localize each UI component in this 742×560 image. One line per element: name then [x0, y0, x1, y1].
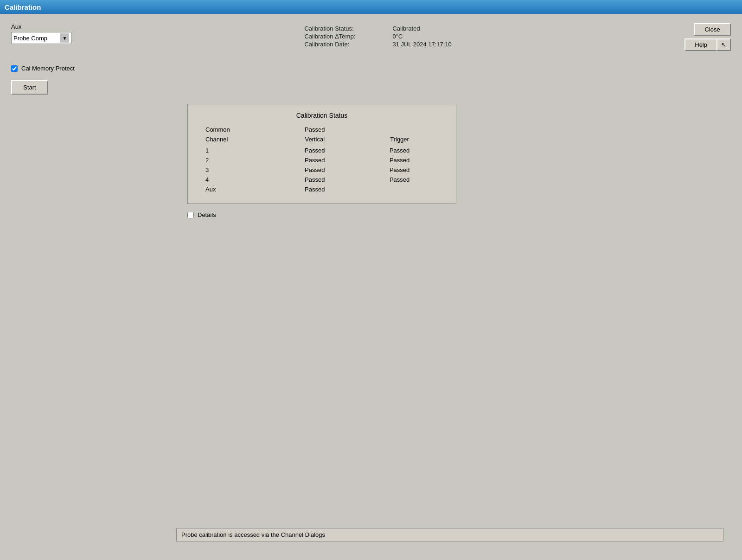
common-row: Common Passed [202, 125, 442, 134]
cal-delta-temp-value: 0°C [392, 33, 403, 40]
common-value: Passed [272, 125, 357, 134]
cursor-button[interactable]: ↖ [716, 38, 731, 51]
calibration-info: Calibration Status: Calibrated Calibrati… [304, 25, 451, 48]
help-row: Help ↖ [684, 38, 731, 51]
window-title: Calibration [5, 3, 41, 11]
channel-1-trigger: Passed [357, 146, 442, 155]
title-bar: Calibration [0, 0, 742, 14]
table-row: 4 Passed Passed [202, 175, 442, 185]
dropdown-arrow-icon[interactable]: ▼ [60, 33, 69, 43]
cal-memory-protect-label: Cal Memory Protect [21, 65, 75, 72]
channel-4-number: 4 [202, 175, 272, 185]
channel-header: Channel [202, 134, 272, 146]
cal-date-value: 31 JUL 2024 17:17:10 [392, 41, 451, 48]
cal-memory-protect-checkbox[interactable] [11, 65, 18, 72]
dropdown-value: Probe Comp [13, 35, 60, 42]
aux-row-label: Aux [202, 185, 272, 194]
channel-3-vertical: Passed [272, 165, 357, 175]
table-row: 1 Passed Passed [202, 146, 442, 155]
vertical-header: Vertical [272, 134, 357, 146]
channel-3-trigger: Passed [357, 165, 442, 175]
channel-1-number: 1 [202, 146, 272, 155]
channel-1-vertical: Passed [272, 146, 357, 155]
table-row: 2 Passed Passed [202, 155, 442, 165]
start-button[interactable]: Start [11, 80, 48, 95]
details-label: Details [198, 211, 216, 218]
channel-3-number: 3 [202, 165, 272, 175]
cal-status-row: Calibration Status: Calibrated [304, 25, 451, 32]
close-button[interactable]: Close [694, 23, 731, 36]
button-section: Close Help ↖ [684, 23, 731, 51]
cal-status-value: Calibrated [392, 25, 420, 32]
channel-4-vertical: Passed [272, 175, 357, 185]
lower-section: Calibration Status Common Passed Channel… [11, 95, 731, 218]
cal-delta-temp-label: Calibration ΔTemp: [304, 33, 383, 40]
status-message: Probe calibration is accessed via the Ch… [181, 531, 325, 538]
cursor-icon: ↖ [721, 41, 726, 48]
aux-vertical: Passed [272, 185, 357, 194]
cal-memory-protect-section: Cal Memory Protect [11, 65, 731, 72]
channel-header-row: Channel Vertical Trigger [202, 134, 442, 146]
help-button[interactable]: Help [684, 38, 716, 51]
channel-2-number: 2 [202, 155, 272, 165]
common-label: Common [202, 125, 272, 134]
cal-date-label: Calibration Date: [304, 41, 383, 48]
aux-dropdown[interactable]: Probe Comp ▼ [11, 32, 71, 44]
status-table-title: Calibration Status [202, 112, 442, 119]
status-bar: Probe calibration is accessed via the Ch… [176, 528, 723, 541]
aux-section: Aux Probe Comp ▼ [11, 23, 71, 44]
cal-status-label: Calibration Status: [304, 25, 383, 32]
details-checkbox[interactable] [187, 212, 194, 218]
channel-4-trigger: Passed [357, 175, 442, 185]
calibration-status-table-section: Calibration Status Common Passed Channel… [187, 104, 456, 204]
aux-row: Aux Passed [202, 185, 442, 194]
channel-2-vertical: Passed [272, 155, 357, 165]
details-section: Details [187, 211, 731, 218]
cal-date-row: Calibration Date: 31 JUL 2024 17:17:10 [304, 41, 451, 48]
main-content: Aux Probe Comp ▼ Calibration Status: Cal… [0, 14, 742, 560]
top-section: Aux Probe Comp ▼ Calibration Status: Cal… [11, 23, 731, 51]
cal-delta-temp-row: Calibration ΔTemp: 0°C [304, 33, 451, 40]
channel-2-trigger: Passed [357, 155, 442, 165]
table-row: 3 Passed Passed [202, 165, 442, 175]
status-table: Common Passed Channel Vertical Trigger 1… [202, 125, 442, 194]
start-button-section: Start [11, 80, 731, 95]
trigger-header: Trigger [357, 134, 442, 146]
aux-label: Aux [11, 23, 71, 30]
